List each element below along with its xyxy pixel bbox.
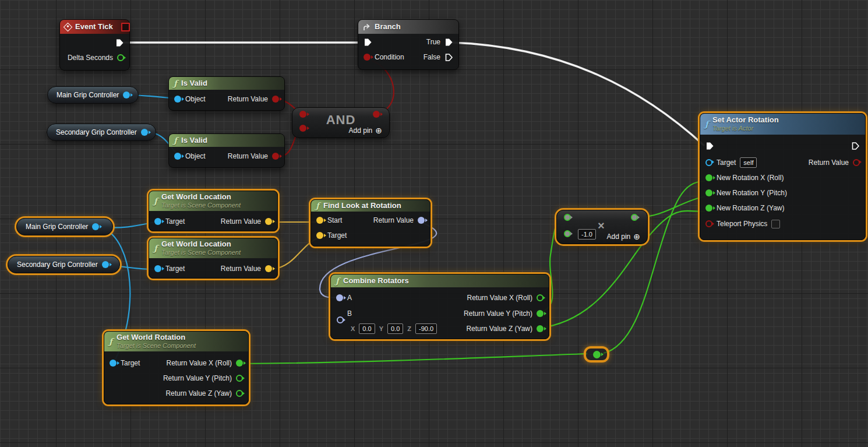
variable-out-pin[interactable] — [123, 91, 130, 98]
node-and[interactable]: AND Add pin ⊕ — [292, 107, 390, 138]
pin-label: False — [424, 53, 440, 61]
condition-pin[interactable] — [364, 54, 371, 61]
function-icon: ƒ — [705, 120, 708, 128]
pin-label: New Rotation Z (Yaw) — [717, 204, 784, 212]
exec-out-pin[interactable] — [851, 142, 860, 150]
multiply-input-pin-1[interactable] — [564, 214, 571, 221]
var-main-grip-controller[interactable]: Main Grip Controller — [47, 86, 139, 104]
object-pin[interactable] — [174, 153, 181, 160]
node-subtitle: Target is Scene Component — [161, 249, 241, 256]
pin-label: New Rotation X (Roll) — [717, 174, 784, 182]
wire-reroute-to-newrotation-x[interactable] — [604, 181, 705, 353]
target-pin[interactable] — [705, 159, 712, 166]
object-pin[interactable] — [174, 96, 181, 103]
node-find-look-at-rotation[interactable]: ƒ Find Look at Rotation Start Return Val… — [310, 199, 431, 247]
pin-label: Object — [185, 95, 206, 103]
node-is-valid-1[interactable]: ƒ Is Valid Object Return Value — [168, 76, 285, 111]
node-is-valid-2[interactable]: ƒ Is Valid Object Return Value — [168, 133, 285, 168]
return-value-pin[interactable] — [265, 265, 272, 272]
return-z-yaw-pin[interactable] — [236, 390, 243, 397]
return-x-roll-pin[interactable] — [236, 360, 243, 367]
pin-label: New Rotation Y (Pitch) — [717, 189, 787, 197]
multiply-b-input[interactable]: -1.0 — [578, 229, 596, 240]
return-value-pin[interactable] — [272, 153, 279, 160]
var-main-grip-controller-2[interactable]: Main Grip Controller — [16, 218, 113, 235]
add-pin-button[interactable]: Add pin ⊕ — [607, 233, 640, 241]
target-self-box[interactable]: self — [740, 157, 757, 168]
function-icon: ƒ — [316, 202, 319, 210]
pin-label: Return Value X (Roll) — [467, 294, 533, 302]
pin-label: Object — [185, 152, 206, 160]
pin-label: Return Value Y (Pitch) — [163, 374, 232, 382]
return-value-pin[interactable] — [265, 218, 272, 225]
exec-in-pin[interactable] — [364, 38, 372, 47]
node-combine-rotators[interactable]: ƒ Combine Rotators A Return Value X (Rol… — [330, 274, 549, 339]
node-multiply[interactable]: -1.0 × Add pin ⊕ — [556, 210, 648, 244]
wire-exec-true-to-setactorrotation[interactable] — [452, 43, 704, 146]
blueprint-graph-canvas[interactable]: Event Tick Delta Seconds Branch True Con… — [0, 0, 868, 447]
node-branch[interactable]: Branch True Condition False — [358, 19, 459, 70]
teleport-physics-checkbox[interactable] — [771, 220, 780, 228]
pin-label: Return Value — [221, 265, 261, 273]
new-rotation-x-pin[interactable] — [705, 174, 712, 181]
variable-out-pin[interactable] — [92, 223, 99, 230]
new-rotation-y-pin[interactable] — [705, 189, 712, 196]
node-get-world-rotation[interactable]: ƒ Get World Rotation Target is Scene Com… — [104, 331, 249, 404]
multiply-input-pin-2[interactable] — [564, 230, 571, 237]
return-value-pin[interactable] — [418, 217, 425, 224]
return-x-roll-pin[interactable] — [537, 294, 544, 301]
add-pin-button[interactable]: Add pin ⊕ — [349, 126, 382, 135]
return-y-pitch-pin[interactable] — [537, 310, 544, 317]
a-pin[interactable] — [336, 294, 343, 301]
return-value-pin[interactable] — [853, 159, 860, 166]
pin-label: Return Value Z (Yaw) — [466, 325, 532, 333]
delta-seconds-pin[interactable] — [117, 54, 124, 61]
variable-out-pin[interactable] — [141, 129, 148, 136]
node-subtitle: Target is Actor — [712, 125, 779, 132]
exec-out-pin[interactable] — [115, 38, 124, 47]
true-exec-pin[interactable] — [444, 38, 453, 47]
target-pin[interactable] — [110, 360, 117, 367]
function-icon: ƒ — [154, 197, 157, 205]
return-y-pitch-pin[interactable] — [236, 375, 243, 382]
branch-icon — [363, 23, 371, 31]
node-title: Set Actor Rotation — [712, 115, 779, 125]
pin-label: Return Value Y (Pitch) — [464, 309, 532, 318]
false-exec-pin[interactable] — [444, 53, 453, 62]
b-x-input[interactable]: 0.0 — [359, 323, 375, 334]
node-get-world-location-2[interactable]: ƒ Get World Location Target is Scene Com… — [149, 238, 278, 279]
node-event-tick[interactable]: Event Tick Delta Seconds — [59, 19, 130, 71]
variable-label: Secondary Grip Controller — [17, 261, 98, 269]
node-set-actor-rotation[interactable]: ƒ Set Actor Rotation Target is Actor Tar… — [700, 113, 866, 240]
b-pin[interactable] — [337, 316, 344, 323]
target-pin[interactable] — [154, 265, 161, 272]
return-z-yaw-pin[interactable] — [537, 325, 544, 332]
wire-roll-to-reroute[interactable] — [239, 354, 587, 364]
and-operator-label: AND — [292, 112, 389, 128]
node-title: Is Valid — [181, 79, 207, 88]
function-icon: ƒ — [174, 79, 177, 87]
node-get-world-location-1[interactable]: ƒ Get World Location Target is Scene Com… — [149, 191, 278, 231]
node-reroute[interactable] — [584, 346, 609, 362]
add-pin-icon: ⊕ — [375, 126, 382, 135]
return-value-pin[interactable] — [272, 96, 279, 103]
b-z-input[interactable]: -90.0 — [415, 323, 437, 334]
target-pin[interactable] — [316, 232, 323, 239]
target-pin[interactable] — [154, 218, 161, 225]
b-y-input[interactable]: 0.0 — [387, 323, 403, 334]
new-rotation-z-pin[interactable] — [705, 205, 712, 212]
multiply-output-pin[interactable] — [631, 214, 638, 221]
function-icon: ƒ — [154, 244, 157, 252]
start-pin[interactable] — [316, 217, 323, 224]
add-pin-label: Add pin — [349, 126, 373, 135]
function-icon: ƒ — [109, 337, 112, 346]
exec-in-pin[interactable] — [705, 142, 714, 150]
var-secondary-grip-controller-2[interactable]: Secondary Grip Controller — [8, 256, 120, 273]
variable-out-pin[interactable] — [102, 261, 109, 268]
add-pin-icon: ⊕ — [633, 233, 640, 241]
var-secondary-grip-controller[interactable]: Secondary Grip Controller — [47, 124, 156, 141]
reroute-pin[interactable] — [593, 351, 601, 358]
teleport-physics-pin[interactable] — [705, 220, 712, 227]
pin-label: Condition — [375, 53, 404, 61]
node-subtitle: Target is Scene Component — [117, 342, 196, 350]
